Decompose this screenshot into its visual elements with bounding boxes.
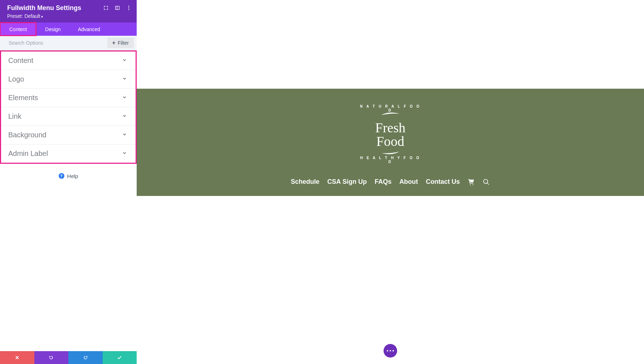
search-row: + Filter [0,36,137,50]
more-vertical-icon[interactable] [126,5,132,11]
chevron-down-icon [122,132,127,138]
logo-bottom-text: H E A L T H Y F O O D [360,156,421,164]
floating-action-button[interactable] [384,344,397,358]
search-icon[interactable] [483,178,490,186]
plus-icon: + [112,40,116,46]
panel-header: Fullwidth Menu Settings Preset: Default [0,0,137,23]
expand-icon[interactable] [103,5,109,11]
help-button[interactable]: ? Help [59,173,78,179]
tabs: Content Design Advanced [0,23,137,36]
help-icon: ? [59,173,64,179]
tab-content[interactable]: Content [0,22,36,36]
section-label: Background [8,131,47,139]
cart-icon[interactable] [468,178,475,186]
chevron-down-icon [122,113,127,120]
section-label: Link [8,112,21,120]
logo-name: Fresh Food [360,121,421,148]
svg-point-1 [128,8,130,9]
dock-icon[interactable] [114,5,120,11]
logo-top-text: N A T U R A L F O O D [360,104,421,112]
search-input[interactable] [0,36,107,49]
header-icon-group [103,5,132,11]
section-label: Admin Label [8,149,48,158]
fullwidth-menu-preview: N A T U R A L F O O D Fresh Food H E A L… [137,89,644,196]
dots-icon [392,350,394,351]
chevron-down-icon [122,95,127,101]
nav-link-faqs[interactable]: FAQs [375,178,391,186]
chevron-down-icon [122,58,127,64]
section-label: Logo [8,75,24,83]
help-label: Help [67,173,78,179]
panel-footer [0,351,137,364]
filter-label: Filter [118,40,129,46]
section-label: Content [8,56,33,65]
dots-icon [387,350,388,351]
dots-icon [390,350,391,351]
logo: N A T U R A L F O O D Fresh Food H E A L… [360,103,421,165]
section-background[interactable]: Background [1,126,136,144]
settings-sidebar: Fullwidth Menu Settings Preset: Default … [0,0,137,364]
preview-canvas: N A T U R A L F O O D Fresh Food H E A L… [137,0,644,364]
nav-link-about[interactable]: About [399,178,418,186]
chevron-down-icon [122,76,127,83]
chevron-down-icon [122,151,127,157]
section-admin-label[interactable]: Admin Label [1,144,136,163]
help-row: ? Help [0,164,137,188]
section-link[interactable]: Link [1,107,136,126]
section-label: Elements [8,94,38,102]
nav-link-schedule[interactable]: Schedule [291,178,319,186]
nav-link-contact[interactable]: Contact Us [426,178,460,186]
tab-design[interactable]: Design [36,23,69,36]
tab-advanced[interactable]: Advanced [69,23,109,36]
svg-point-2 [128,9,130,10]
nav-links: Schedule CSA Sign Up FAQs About Contact … [291,178,490,186]
section-content[interactable]: Content [1,51,136,70]
svg-point-0 [128,6,130,7]
accordion-list: Content Logo Elements Link Background Ad… [0,50,137,164]
svg-point-3 [484,179,488,183]
filter-button[interactable]: + Filter [107,38,134,48]
section-elements[interactable]: Elements [1,89,136,107]
nav-link-csa-signup[interactable]: CSA Sign Up [327,178,367,186]
redo-button[interactable] [68,351,103,364]
save-button[interactable] [103,351,137,364]
preset-selector[interactable]: Preset: Default [7,13,130,19]
cancel-button[interactable] [0,351,34,364]
undo-button[interactable] [34,351,69,364]
section-logo[interactable]: Logo [1,70,136,89]
